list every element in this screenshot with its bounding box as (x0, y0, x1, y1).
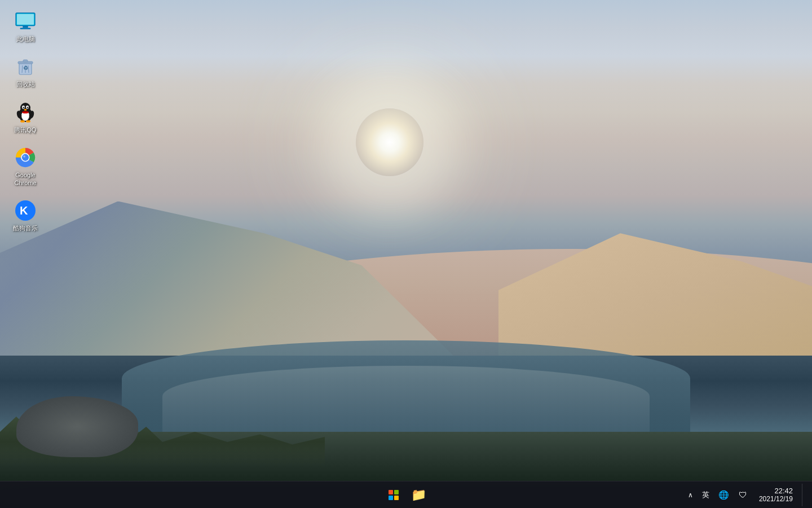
svg-point-16 (23, 107, 25, 108)
svg-point-17 (27, 107, 29, 108)
desktop-icon-qq[interactable]: 腾讯QQ (3, 97, 48, 138)
input-method-button[interactable]: 🌐 (716, 484, 732, 506)
svg-point-19 (28, 107, 28, 107)
svg-point-20 (24, 109, 27, 111)
taskbar-center: 📁 (382, 484, 430, 506)
svg-point-28 (22, 154, 29, 161)
svg-text:K: K (20, 204, 28, 217)
svg-rect-2 (23, 26, 28, 28)
svg-point-21 (20, 120, 25, 122)
recycle-bin-label: 回收站 (16, 80, 35, 88)
svg-point-25 (22, 111, 29, 113)
windows-logo-icon (389, 490, 399, 500)
svg-rect-6 (23, 60, 28, 62)
desktop-icon-recycle-bin[interactable]: ♻ 回收站 (3, 51, 48, 93)
recycle-bin-icon: ♻ (14, 55, 37, 78)
taskbar: 📁 ∧ 英 🌐 🛡 22:42 (0, 481, 812, 508)
dunes-area (0, 178, 812, 356)
svg-point-29 (23, 155, 25, 157)
rocks (16, 396, 138, 457)
kugou-music-icon: K (14, 199, 37, 222)
clock-area[interactable]: 22:42 2021/12/19 (754, 484, 797, 505)
show-desktop-button[interactable] (802, 484, 805, 506)
kugou-label: 酷狗音乐 (13, 224, 38, 232)
qq-icon (14, 101, 37, 124)
show-hidden-icons-button[interactable]: ∧ (686, 489, 695, 501)
svg-text:♻: ♻ (23, 65, 28, 71)
security-button[interactable]: 🛡 (735, 484, 751, 506)
this-pc-label: 此电脑 (16, 35, 35, 43)
svg-point-18 (24, 107, 24, 107)
google-chrome-label: Google Chrome (6, 171, 45, 187)
taskbar-right: ∧ 英 🌐 🛡 22:42 2021/12/19 (686, 484, 805, 506)
folder-icon: 📁 (411, 488, 426, 502)
qq-label: 腾讯QQ (14, 126, 36, 134)
svg-rect-1 (17, 14, 34, 25)
chrome-icon (14, 146, 37, 169)
language-indicator[interactable]: 英 (699, 488, 713, 502)
svg-point-22 (26, 120, 30, 122)
svg-rect-3 (20, 28, 31, 29)
monitor-icon (14, 10, 37, 33)
clock-time: 22:42 (774, 487, 793, 495)
desktop-icon-google-chrome[interactable]: Google Chrome (3, 142, 48, 192)
globe-icon: 🌐 (718, 490, 729, 500)
desktop-icon-this-pc[interactable]: 此电脑 (3, 6, 48, 47)
shield-icon: 🛡 (739, 490, 747, 500)
file-explorer-button[interactable]: 📁 (407, 484, 430, 506)
desktop-icons-container: 此电脑 ♻ 回收站 (0, 6, 51, 240)
sun (356, 108, 423, 176)
system-tray: ∧ 英 🌐 🛡 22:42 2021/12/19 (686, 484, 797, 506)
start-button[interactable] (382, 484, 405, 506)
clock-date: 2021/12/19 (759, 495, 793, 503)
desktop: 此电脑 ♻ 回收站 (0, 0, 812, 508)
desktop-icon-kugou[interactable]: K 酷狗音乐 (3, 195, 48, 237)
